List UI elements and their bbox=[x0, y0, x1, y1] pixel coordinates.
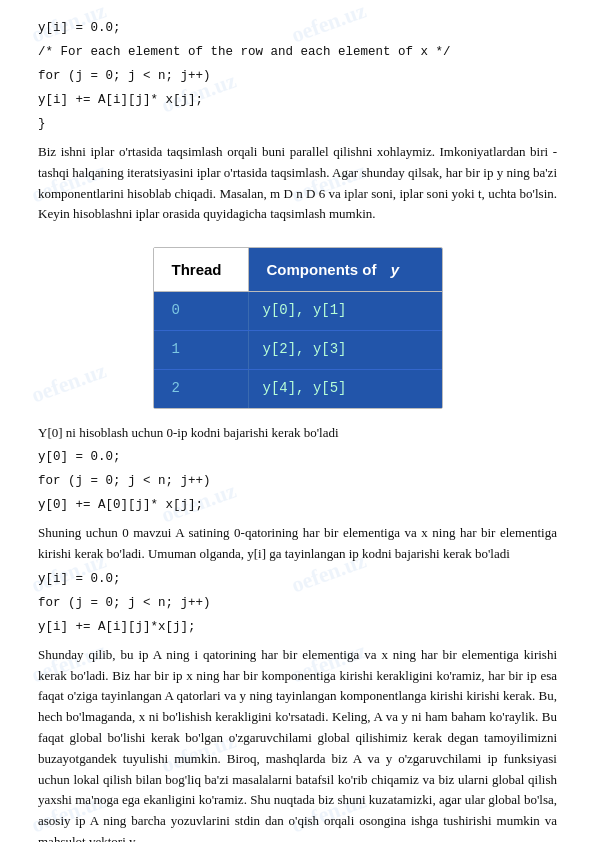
y-variable: y bbox=[391, 258, 399, 281]
code-line-5: } bbox=[38, 114, 557, 134]
table-header: Thread Components of y bbox=[154, 248, 442, 292]
thread-cell-0: 0 bbox=[154, 292, 249, 330]
thread-column-header: Thread bbox=[154, 248, 249, 291]
code2-line-3: y[0] += A[0][j]* x[j]; bbox=[38, 495, 557, 515]
table-row: 0 y[0], y[1] bbox=[154, 292, 442, 331]
code3-line-2: for (j = 0; j < n; j++) bbox=[38, 593, 557, 613]
code-line-4: y[i] += A[i][j]* x[j]; bbox=[38, 90, 557, 110]
table-row: 2 y[4], y[5] bbox=[154, 370, 442, 408]
code-line-3: for (j = 0; j < n; j++) bbox=[38, 66, 557, 86]
thread-components-table: Thread Components of y 0 y[0], y[1] 1 y[… bbox=[153, 247, 443, 408]
components-cell-0: y[0], y[1] bbox=[249, 292, 442, 330]
components-cell-2: y[4], y[5] bbox=[249, 370, 442, 408]
table-row: 1 y[2], y[3] bbox=[154, 331, 442, 370]
code-line-1: y[i] = 0.0; bbox=[38, 18, 557, 38]
components-column-header: Components of y bbox=[249, 248, 442, 291]
code3-line-1: y[i] = 0.0; bbox=[38, 569, 557, 589]
code-block-3: y[i] = 0.0; for (j = 0; j < n; j++) y[i]… bbox=[38, 569, 557, 637]
paragraph-3: Shuning uchun 0 mavzui A satining 0-qato… bbox=[38, 523, 557, 565]
components-label: Components of bbox=[267, 258, 377, 281]
components-cell-1: y[2], y[3] bbox=[249, 331, 442, 369]
thread-cell-2: 2 bbox=[154, 370, 249, 408]
code-block-2: y[0] = 0.0; for (j = 0; j < n; j++) y[0]… bbox=[38, 447, 557, 515]
paragraph-1: Biz ishni iplar o'rtasida taqsimlash orq… bbox=[38, 142, 557, 225]
code2-line-2: for (j = 0; j < n; j++) bbox=[38, 471, 557, 491]
table-body: 0 y[0], y[1] 1 y[2], y[3] 2 y[4], y[5] bbox=[154, 292, 442, 407]
paragraph-4: Shunday qilib, bu ip A ning i qatorining… bbox=[38, 645, 557, 842]
code-line-2: /* For each element of the row and each … bbox=[38, 42, 557, 62]
code2-line-1: y[0] = 0.0; bbox=[38, 447, 557, 467]
paragraph-2: Y[0] ni hisoblash uchun 0-ip kodni bajar… bbox=[38, 423, 557, 444]
page-content: y[i] = 0.0; /* For each element of the r… bbox=[0, 0, 595, 842]
thread-cell-1: 1 bbox=[154, 331, 249, 369]
code3-line-3: y[i] += A[i][j]*x[j]; bbox=[38, 617, 557, 637]
code-block-1: y[i] = 0.0; /* For each element of the r… bbox=[38, 18, 557, 134]
